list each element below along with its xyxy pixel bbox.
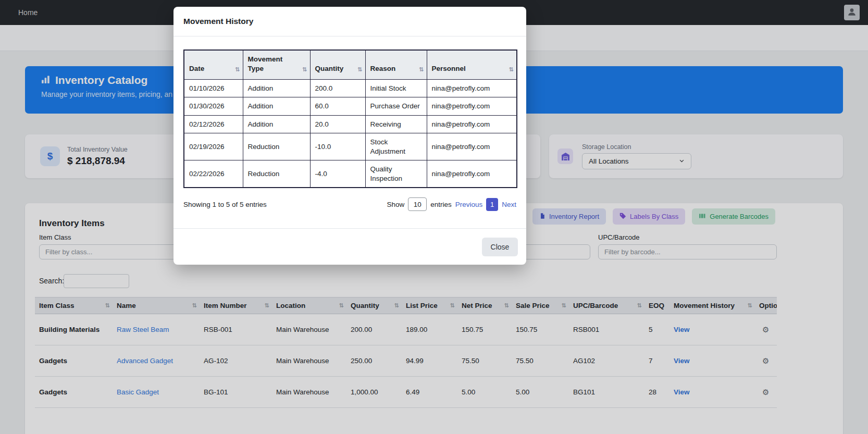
- movement-row: 02/19/2026 Reduction -10.0 Stock Adjustm…: [184, 133, 517, 160]
- page-1-button[interactable]: 1: [486, 198, 498, 211]
- show-label: Show: [387, 201, 404, 208]
- cell-reason: Receiving: [365, 115, 427, 133]
- modal-footer: Close: [173, 228, 526, 265]
- modal-body: Date⇅ Movement Type⇅ Quantity⇅ Reason⇅ P…: [173, 36, 526, 211]
- entries-label: entries: [430, 201, 452, 208]
- cell-reason: Purchase Order: [365, 97, 427, 116]
- movement-row: 01/30/2026 Addition 60.0 Purchase Order …: [184, 97, 517, 116]
- cell-movement-type: Addition: [243, 79, 310, 97]
- page-size-select[interactable]: 10: [408, 197, 427, 211]
- cell-reason: Stock Adjustment: [365, 133, 427, 160]
- movement-header-row: Date⇅ Movement Type⇅ Quantity⇅ Reason⇅ P…: [184, 50, 517, 79]
- cell-personnel: nina@petrofly.com: [427, 97, 517, 116]
- showing-entries-text: Showing 1 to 5 of 5 entries: [183, 201, 267, 208]
- cell-personnel: nina@petrofly.com: [427, 79, 517, 97]
- modal-title: Movement History: [183, 17, 253, 26]
- sort-icon: ⇅: [357, 66, 362, 73]
- col-header-date[interactable]: Date⇅: [184, 50, 243, 79]
- movement-row: 01/10/2026 Addition 200.0 Initial Stock …: [184, 79, 517, 97]
- cell-movement-type: Reduction: [243, 133, 310, 160]
- cell-quantity: 200.0: [310, 79, 365, 97]
- col-header-movement-type[interactable]: Movement Type⇅: [243, 50, 310, 79]
- cell-personnel: nina@petrofly.com: [427, 133, 517, 160]
- col-header-reason[interactable]: Reason⇅: [365, 50, 427, 79]
- cell-quantity: 20.0: [310, 115, 365, 133]
- close-button[interactable]: Close: [482, 238, 518, 256]
- movement-history-modal: Movement History Date⇅ Movement Type⇅ Qu…: [173, 7, 526, 265]
- sort-icon: ⇅: [235, 66, 240, 73]
- modal-header: Movement History: [173, 7, 526, 36]
- cell-quantity: -4.0: [310, 160, 365, 188]
- cell-reason: Quality Inspection: [365, 160, 427, 188]
- cell-date: 02/22/2026: [184, 160, 243, 188]
- previous-page-button[interactable]: Previous: [455, 201, 483, 208]
- sort-icon: ⇅: [302, 66, 307, 73]
- col-header-personnel[interactable]: Personnel⇅: [427, 50, 517, 79]
- sort-icon: ⇅: [419, 66, 424, 73]
- sort-icon: ⇅: [509, 66, 514, 73]
- next-page-button[interactable]: Next: [502, 201, 516, 208]
- cell-reason: Initial Stock: [365, 79, 427, 97]
- cell-quantity: 60.0: [310, 97, 365, 116]
- cell-date: 01/30/2026: [184, 97, 243, 116]
- table-footer-controls: Showing 1 to 5 of 5 entries Show 10 entr…: [183, 197, 516, 211]
- cell-date: 02/19/2026: [184, 133, 243, 160]
- movement-row: 02/12/2026 Addition 20.0 Receiving nina@…: [184, 115, 517, 133]
- cell-personnel: nina@petrofly.com: [427, 115, 517, 133]
- cell-personnel: nina@petrofly.com: [427, 160, 517, 188]
- cell-date: 01/10/2026: [184, 79, 243, 97]
- cell-movement-type: Addition: [243, 115, 310, 133]
- col-header-quantity[interactable]: Quantity⇅: [310, 50, 365, 79]
- app-screen: Home Inventory Catalog Manage your inven…: [0, 0, 868, 434]
- movement-row: 02/22/2026 Reduction -4.0 Quality Inspec…: [184, 160, 517, 188]
- cell-date: 02/12/2026: [184, 115, 243, 133]
- cell-movement-type: Reduction: [243, 160, 310, 188]
- cell-quantity: -10.0: [310, 133, 365, 160]
- cell-movement-type: Addition: [243, 97, 310, 116]
- movement-history-table: Date⇅ Movement Type⇅ Quantity⇅ Reason⇅ P…: [183, 49, 517, 188]
